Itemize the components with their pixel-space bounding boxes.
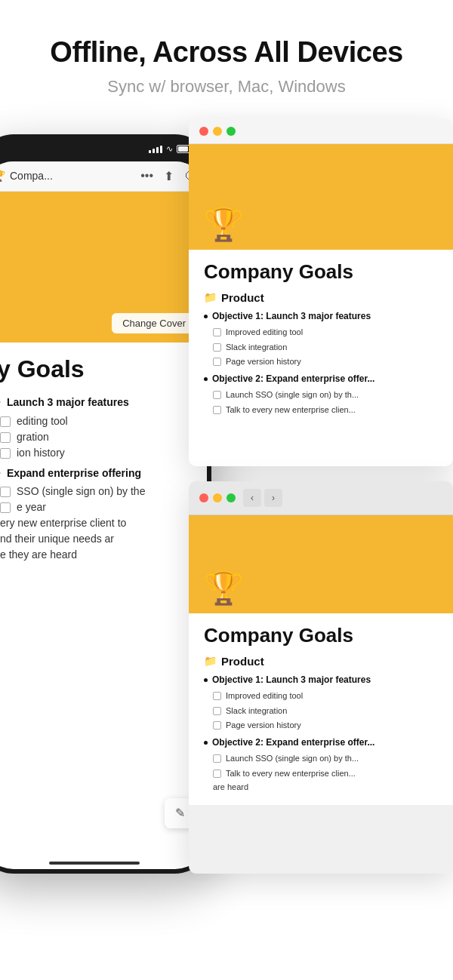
browser-bottom-page-title: Company Goals xyxy=(204,624,438,647)
obj2-task-label-1: SSO (single sign on) by the xyxy=(17,485,145,497)
browser-bottom-obj2-text: Objective 2: Expand enterprise offer... xyxy=(212,736,374,749)
more-icon[interactable]: ••• xyxy=(140,169,153,183)
checkbox-3[interactable] xyxy=(0,448,11,459)
browser-checkbox-2[interactable] xyxy=(213,343,221,352)
browser-checkbox-4[interactable] xyxy=(213,391,221,399)
phone-objective-2: Expand enterprise offering xyxy=(7,466,141,481)
browser-top-page-content: Company Goals 📁 Product Objective 1: Lau… xyxy=(189,250,453,430)
bullet-dot-top-2 xyxy=(204,377,208,381)
task-label-2: gration xyxy=(17,431,49,443)
phone-notch xyxy=(45,134,143,155)
obj2-extra-3: e they are heard xyxy=(0,548,192,561)
browser-bottom-obj2: Objective 2: Expand enterprise offer... xyxy=(204,736,438,749)
checkbox-2[interactable] xyxy=(0,432,11,443)
obj2-extra-1: ery new enterprise client to xyxy=(0,517,192,529)
battery-fill xyxy=(178,146,188,152)
traffic-light-red-bottom[interactable] xyxy=(199,493,208,502)
browser-bottom-obj2-extra: are heard xyxy=(204,782,438,791)
edit-icon: ✎ xyxy=(175,806,185,820)
task-label-1: editing tool xyxy=(17,415,68,427)
browser-bottom-obj2-task-label-1: Launch SSO (single sign on) by th... xyxy=(226,753,359,764)
browser-checkbox-b1[interactable] xyxy=(213,692,221,700)
browser-top-obj2: Objective 2: Expand enterprise offer... xyxy=(204,373,438,386)
folder-icon-bottom: 📁 xyxy=(204,655,217,667)
browser-checkbox-5[interactable] xyxy=(213,406,221,414)
traffic-light-green-top[interactable] xyxy=(226,127,236,136)
browser-bottom-task-3: Page version history xyxy=(204,720,438,731)
browser-top-obj2-task-2: Talk to every new enterprise clien... xyxy=(204,404,438,416)
obj2-extra-2: nd their unique needs ar xyxy=(0,533,192,545)
browser-top-task-label-3: Page version history xyxy=(226,356,301,367)
browser-checkbox-b5[interactable] xyxy=(213,770,221,778)
browser-checkbox-b4[interactable] xyxy=(213,754,221,763)
share-icon[interactable]: ⬆ xyxy=(164,169,174,183)
browser-top: 🏆 Company Goals 📁 Product Objective 1: L… xyxy=(189,119,453,466)
trophy-icon: 🏆 xyxy=(0,170,5,182)
browser-bottom-obj2-task-2: Talk to every new enterprise clien... xyxy=(204,768,438,779)
browser-top-page-title: Company Goals xyxy=(204,260,438,284)
nav-arrows-bottom: ‹ › xyxy=(243,489,282,507)
bullet-2: • xyxy=(0,466,1,481)
traffic-light-green-bottom[interactable] xyxy=(226,493,236,502)
browser-bottom-task-label-2: Slack integration xyxy=(226,705,287,717)
browser-bottom-task-1: Improved editing tool xyxy=(204,690,438,702)
phone-obj2-task-1: SSO (single sign on) by the xyxy=(0,485,192,497)
phone-screen: 🏆 Compa... ••• ⬆ ⏱ Change Cover y Goals … xyxy=(0,161,207,869)
browser-checkbox-b2[interactable] xyxy=(213,707,221,715)
browser-top-title-bar xyxy=(189,119,453,144)
browser-bottom-task-label-3: Page version history xyxy=(226,720,301,731)
browser-checkbox-b3[interactable] xyxy=(213,721,221,730)
phone-page-title: y Goals xyxy=(0,355,192,383)
phone-home-bar xyxy=(49,862,140,865)
browser-bottom-title-bar: ‹ › xyxy=(189,481,453,515)
checkbox-1[interactable] xyxy=(0,416,11,427)
browser-top-task-label-1: Improved editing tool xyxy=(226,327,303,338)
browser-bottom-obj2-task-1: Launch SSO (single sign on) by th... xyxy=(204,753,438,764)
signal-bars xyxy=(149,146,162,153)
browser-bottom: ‹ › 🏆 Company Goals 📁 Product Objective … xyxy=(189,481,453,874)
back-icon: ‹ xyxy=(251,493,254,503)
change-cover-button[interactable]: Change Cover xyxy=(112,313,196,333)
phone-tab: 🏆 Compa... xyxy=(0,170,133,182)
traffic-lights-top xyxy=(199,127,236,136)
browser-top-obj2-task-1: Launch SSO (single sign on) by th... xyxy=(204,389,438,401)
phone-browser-bar: 🏆 Compa... ••• ⬆ ⏱ xyxy=(0,161,207,192)
traffic-light-yellow-top[interactable] xyxy=(213,127,222,136)
browser-bottom-obj2-task-label-2: Talk to every new enterprise clien... xyxy=(226,768,356,779)
folder-icon-top: 📁 xyxy=(204,291,217,303)
devices-container: ∿ 🏆 Compa... ••• ⬆ ⏱ xyxy=(0,119,453,934)
phone-browser-actions: ••• ⬆ ⏱ xyxy=(140,169,196,183)
bullet-dot-bottom-1 xyxy=(204,678,208,682)
browser-bottom-section-label: Product xyxy=(221,655,264,668)
phone-tab-label: Compa... xyxy=(10,170,53,182)
bullet-dot-top-1 xyxy=(204,315,208,318)
trophy-emoji-top: 🏆 xyxy=(204,209,243,241)
signal-bar-2 xyxy=(153,149,155,153)
browser-top-obj2-text: Objective 2: Expand enterprise offer... xyxy=(212,373,374,386)
phone-task-2: gration xyxy=(0,431,192,443)
forward-icon: › xyxy=(272,493,275,503)
phone-objective-1-row: • Launch 3 major features xyxy=(0,395,192,410)
traffic-light-red-top[interactable] xyxy=(199,127,208,136)
traffic-light-yellow-bottom[interactable] xyxy=(213,493,222,502)
browser-checkbox-3[interactable] xyxy=(213,358,221,366)
browser-top-task-2: Slack integration xyxy=(204,342,438,353)
back-arrow-button[interactable]: ‹ xyxy=(243,489,261,507)
checkbox-4[interactable] xyxy=(0,487,11,497)
bullet-dot-bottom-2 xyxy=(204,741,208,745)
browser-bottom-obj1: Objective 1: Launch 3 major features xyxy=(204,674,438,687)
browser-bottom-task-label-1: Improved editing tool xyxy=(226,690,303,702)
phone-objective-1: Launch 3 major features xyxy=(7,395,129,410)
phone-task-1: editing tool xyxy=(0,415,192,427)
trophy-emoji-bottom: 🏆 xyxy=(204,573,243,604)
browser-top-cover: 🏆 xyxy=(189,144,453,250)
phone-objective-2-row: • Expand enterprise offering xyxy=(0,466,192,481)
browser-bottom-page-content: Company Goals 📁 Product Objective 1: Lau… xyxy=(189,613,453,806)
checkbox-5[interactable] xyxy=(0,502,11,513)
browser-top-obj1-text: Objective 1: Launch 3 major features xyxy=(212,310,371,323)
browser-top-section-label: Product xyxy=(221,291,264,304)
phone-mockup: ∿ 🏆 Compa... ••• ⬆ ⏱ xyxy=(0,134,211,874)
browser-checkbox-1[interactable] xyxy=(213,328,221,336)
traffic-lights-bottom xyxy=(199,493,236,502)
forward-arrow-button[interactable]: › xyxy=(264,489,282,507)
